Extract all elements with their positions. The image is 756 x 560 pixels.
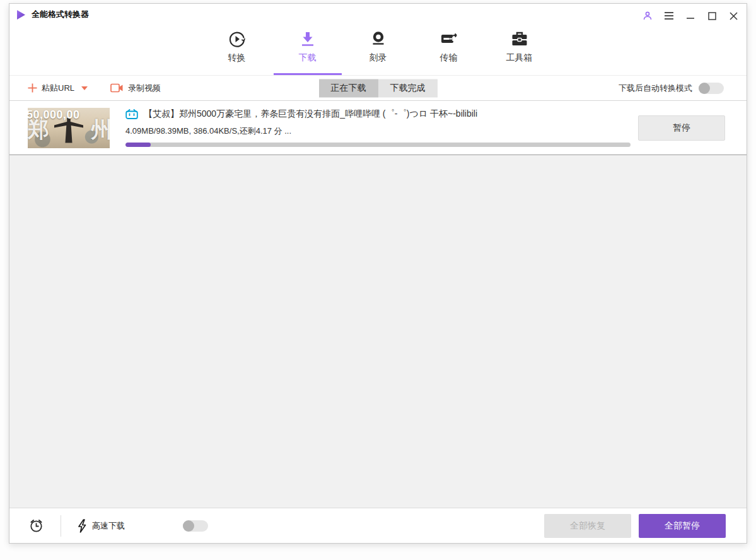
toolbox-briefcase-icon <box>510 29 529 49</box>
download-arrow-icon <box>299 29 317 49</box>
header: 全能格式转换器 <box>9 4 747 76</box>
bilibili-tv-icon <box>125 109 138 119</box>
app-logo-play-icon <box>16 9 26 20</box>
auto-convert-label: 下载后自动转换模式 <box>619 83 692 94</box>
lightning-bolt-icon <box>78 519 86 533</box>
convert-circular-play-icon <box>228 29 247 49</box>
tab-transfer-label: 传输 <box>440 52 458 64</box>
app-window: 全能格式转换器 <box>9 3 747 544</box>
thumbnail-char-left: 郑 <box>28 115 49 144</box>
auto-convert-toggle[interactable] <box>699 83 724 94</box>
high-speed-toggle[interactable] <box>183 520 208 532</box>
toolbar-left: 粘贴URL 录制视频 <box>9 83 161 94</box>
window-controls <box>642 10 739 21</box>
burn-disc-icon <box>369 29 387 49</box>
download-info: 【艾叔】郑州5000万豪宅里，养条巨贵有没有排面_哔哩哔哩 (゜-゜)つロ 干杯… <box>125 108 631 147</box>
tab-convert-label: 转换 <box>228 52 246 64</box>
high-speed-download-label: 高速下载 <box>92 520 125 532</box>
tab-downloading[interactable]: 正在下载 <box>319 79 378 97</box>
pause-all-button[interactable]: 全部暂停 <box>639 514 726 538</box>
pause-button[interactable]: 暂停 <box>638 115 725 141</box>
thumbnail-figure <box>54 118 83 143</box>
menu-icon[interactable] <box>663 10 675 21</box>
main-nav: 转换 下载 刻录 <box>9 23 747 75</box>
user-icon[interactable] <box>642 10 653 21</box>
tab-toolbox-label: 工具箱 <box>506 52 533 64</box>
tab-convert[interactable]: 转换 <box>215 23 259 75</box>
footer-left: 高速下载 <box>28 515 208 537</box>
record-video-label: 录制视频 <box>128 83 161 94</box>
tab-download[interactable]: 下载 <box>286 23 330 75</box>
record-video-button[interactable]: 录制视频 <box>110 83 161 94</box>
maximize-icon[interactable] <box>706 10 718 21</box>
tab-burn-label: 刻录 <box>369 52 387 64</box>
minimize-icon[interactable] <box>685 10 696 21</box>
alarm-clock-icon[interactable] <box>28 518 44 534</box>
titlebar: 全能格式转换器 <box>9 4 747 25</box>
brand: 全能格式转换器 <box>16 9 89 20</box>
tab-transfer[interactable]: 传输 <box>427 23 471 75</box>
download-filter-tabs: 正在下载 下载完成 <box>319 79 438 97</box>
progress-bar-fill <box>125 143 151 147</box>
app-title: 全能格式转换器 <box>32 9 89 20</box>
progress-bar <box>125 143 631 147</box>
footer-divider <box>61 515 61 537</box>
tab-download-complete[interactable]: 下载完成 <box>378 79 438 97</box>
footer: 高速下载 全部恢复 全部暂停 <box>9 508 747 543</box>
download-item-row[interactable]: 50,000,00 郑 州 【艾叔】郑州5000万豪宅里，养条巨贵有没有排面_哔… <box>9 101 747 155</box>
paste-url-label: 粘贴URL <box>42 83 74 94</box>
video-camera-icon <box>110 83 124 93</box>
video-title: 【艾叔】郑州5000万豪宅里，养条巨贵有没有排面_哔哩哔哩 (゜-゜)つロ 干杯… <box>144 108 477 120</box>
thumbnail-char-right: 州 <box>91 115 110 144</box>
video-thumbnail: 50,000,00 郑 州 <box>28 108 110 148</box>
transfer-card-arrow-icon <box>439 29 458 49</box>
paste-url-button[interactable]: 粘贴URL <box>28 83 88 94</box>
resume-all-button[interactable]: 全部恢复 <box>544 514 631 538</box>
close-icon[interactable] <box>728 10 739 21</box>
plus-icon <box>28 83 37 93</box>
progress-text: 4.09MB/98.39MB, 386.04KB/S,还剩4.17 分 ... <box>125 125 631 137</box>
auto-convert-group: 下载后自动转换模式 <box>619 76 724 100</box>
caret-down-icon[interactable] <box>81 86 88 90</box>
download-list-empty-area <box>9 155 747 508</box>
tab-burn[interactable]: 刻录 <box>356 23 400 75</box>
toolbar: 粘贴URL 录制视频 正在下载 下载完成 下载后自动转换模式 <box>9 76 747 101</box>
tab-toolbox[interactable]: 工具箱 <box>497 23 542 75</box>
toggle-knob <box>183 520 194 532</box>
tab-download-label: 下载 <box>299 52 317 64</box>
toggle-knob <box>699 83 710 94</box>
